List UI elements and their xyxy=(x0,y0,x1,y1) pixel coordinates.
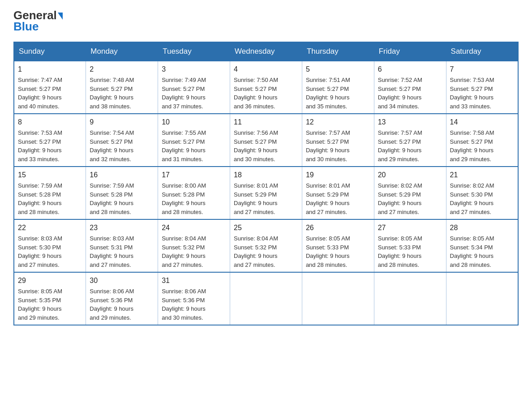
sunset-label: Sunset: 5:27 PM xyxy=(90,86,133,92)
sunrise-label: Sunrise: 7:59 AM xyxy=(90,182,134,189)
daylight-cont: and 33 minutes. xyxy=(450,103,492,110)
calendar-cell: 8 Sunrise: 7:53 AM Sunset: 5:27 PM Dayli… xyxy=(14,114,86,167)
calendar-cell: 15 Sunrise: 7:59 AM Sunset: 5:28 PM Dayl… xyxy=(14,167,86,219)
calendar-cell xyxy=(374,272,446,325)
daylight-label: Daylight: 9 hours xyxy=(90,200,133,206)
daylight-label: Daylight: 9 hours xyxy=(18,305,62,312)
sunset-label: Sunset: 5:27 PM xyxy=(162,138,205,145)
day-number: 6 xyxy=(378,64,442,75)
day-number: 29 xyxy=(18,275,82,286)
sunset-label: Sunset: 5:27 PM xyxy=(306,86,349,92)
calendar-header-row: SundayMondayTuesdayWednesdayThursdayFrid… xyxy=(14,42,518,61)
day-number: 1 xyxy=(18,64,82,75)
sunrise-label: Sunrise: 8:06 AM xyxy=(162,288,206,295)
sunrise-label: Sunrise: 8:05 AM xyxy=(306,235,350,242)
logo: General Blue xyxy=(13,9,63,33)
daylight-label: Daylight: 9 hours xyxy=(450,94,494,101)
calendar-cell: 16 Sunrise: 7:59 AM Sunset: 5:28 PM Dayl… xyxy=(86,167,158,219)
calendar-cell: 13 Sunrise: 7:57 AM Sunset: 5:27 PM Dayl… xyxy=(374,114,446,167)
sunset-label: Sunset: 5:27 PM xyxy=(378,86,421,92)
sunrise-label: Sunrise: 7:54 AM xyxy=(90,129,134,136)
daylight-label: Daylight: 9 hours xyxy=(306,94,350,101)
daylight-cont: and 28 minutes. xyxy=(18,209,60,215)
sunrise-label: Sunrise: 8:03 AM xyxy=(90,235,134,242)
sunset-label: Sunset: 5:36 PM xyxy=(162,297,205,304)
day-number: 30 xyxy=(90,275,154,286)
sunrise-label: Sunrise: 8:05 AM xyxy=(450,235,494,242)
sunset-label: Sunset: 5:28 PM xyxy=(162,191,205,198)
sunset-label: Sunset: 5:32 PM xyxy=(162,244,205,251)
daylight-label: Daylight: 9 hours xyxy=(378,147,422,154)
sunset-label: Sunset: 5:30 PM xyxy=(18,244,61,251)
day-number: 15 xyxy=(18,170,82,180)
sunrise-label: Sunrise: 7:53 AM xyxy=(450,77,494,83)
daylight-label: Daylight: 9 hours xyxy=(306,253,350,259)
day-number: 13 xyxy=(378,117,442,128)
daylight-label: Daylight: 9 hours xyxy=(378,200,422,206)
daylight-cont: and 29 minutes. xyxy=(90,314,131,321)
day-number: 9 xyxy=(90,117,154,128)
sunrise-label: Sunrise: 8:04 AM xyxy=(234,235,278,242)
day-number: 22 xyxy=(18,223,82,233)
day-number: 19 xyxy=(306,170,370,180)
daylight-label: Daylight: 9 hours xyxy=(162,200,206,206)
sunset-label: Sunset: 5:29 PM xyxy=(234,191,277,198)
calendar-cell: 25 Sunrise: 8:04 AM Sunset: 5:32 PM Dayl… xyxy=(230,219,302,272)
sunrise-label: Sunrise: 8:03 AM xyxy=(18,235,62,242)
day-number: 18 xyxy=(234,170,298,180)
calendar-cell: 12 Sunrise: 7:57 AM Sunset: 5:27 PM Dayl… xyxy=(302,114,374,167)
calendar-cell: 19 Sunrise: 8:01 AM Sunset: 5:29 PM Dayl… xyxy=(302,167,374,219)
calendar-week-row: 15 Sunrise: 7:59 AM Sunset: 5:28 PM Dayl… xyxy=(14,167,518,219)
sunrise-label: Sunrise: 8:04 AM xyxy=(162,235,206,242)
daylight-cont: and 28 minutes. xyxy=(90,209,131,215)
day-number: 12 xyxy=(306,117,370,128)
calendar-cell: 2 Sunrise: 7:48 AM Sunset: 5:27 PM Dayli… xyxy=(86,61,158,114)
column-header-wednesday: Wednesday xyxy=(230,42,302,61)
daylight-label: Daylight: 9 hours xyxy=(90,147,133,154)
sunset-label: Sunset: 5:31 PM xyxy=(90,244,133,251)
sunrise-label: Sunrise: 8:00 AM xyxy=(162,182,206,189)
sunrise-label: Sunrise: 8:02 AM xyxy=(450,182,494,189)
calendar-cell: 9 Sunrise: 7:54 AM Sunset: 5:27 PM Dayli… xyxy=(86,114,158,167)
daylight-label: Daylight: 9 hours xyxy=(90,253,133,259)
daylight-cont: and 34 minutes. xyxy=(378,103,420,110)
calendar-cell: 18 Sunrise: 8:01 AM Sunset: 5:29 PM Dayl… xyxy=(230,167,302,219)
daylight-cont: and 28 minutes. xyxy=(306,261,348,268)
sunset-label: Sunset: 5:33 PM xyxy=(306,244,349,251)
page-header: General Blue xyxy=(13,9,519,33)
sunrise-label: Sunrise: 7:56 AM xyxy=(234,129,278,136)
daylight-label: Daylight: 9 hours xyxy=(450,147,494,154)
daylight-label: Daylight: 9 hours xyxy=(18,200,62,206)
sunset-label: Sunset: 5:27 PM xyxy=(234,86,277,92)
daylight-label: Daylight: 9 hours xyxy=(234,94,278,101)
calendar-cell: 11 Sunrise: 7:56 AM Sunset: 5:27 PM Dayl… xyxy=(230,114,302,167)
sunset-label: Sunset: 5:27 PM xyxy=(378,138,421,145)
calendar-cell: 29 Sunrise: 8:05 AM Sunset: 5:35 PM Dayl… xyxy=(14,272,86,325)
sunset-label: Sunset: 5:28 PM xyxy=(90,191,133,198)
calendar-table: SundayMondayTuesdayWednesdayThursdayFrid… xyxy=(13,42,519,325)
calendar-cell: 23 Sunrise: 8:03 AM Sunset: 5:31 PM Dayl… xyxy=(86,219,158,272)
sunset-label: Sunset: 5:29 PM xyxy=(378,191,421,198)
daylight-cont: and 27 minutes. xyxy=(234,261,275,268)
daylight-cont: and 29 minutes. xyxy=(450,156,492,163)
daylight-cont: and 27 minutes. xyxy=(18,261,60,268)
calendar-cell: 28 Sunrise: 8:05 AM Sunset: 5:34 PM Dayl… xyxy=(446,219,518,272)
sunrise-label: Sunrise: 8:05 AM xyxy=(378,235,422,242)
sunrise-label: Sunrise: 7:50 AM xyxy=(234,77,278,83)
daylight-cont: and 27 minutes. xyxy=(378,209,420,215)
calendar-cell xyxy=(446,272,518,325)
daylight-cont: and 32 minutes. xyxy=(90,156,131,163)
daylight-label: Daylight: 9 hours xyxy=(18,94,62,101)
calendar-cell xyxy=(302,272,374,325)
sunset-label: Sunset: 5:27 PM xyxy=(234,138,277,145)
calendar-cell: 26 Sunrise: 8:05 AM Sunset: 5:33 PM Dayl… xyxy=(302,219,374,272)
day-number: 14 xyxy=(450,117,514,128)
sunrise-label: Sunrise: 7:57 AM xyxy=(378,129,422,136)
calendar-cell: 6 Sunrise: 7:52 AM Sunset: 5:27 PM Dayli… xyxy=(374,61,446,114)
sunrise-label: Sunrise: 7:59 AM xyxy=(18,182,62,189)
sunset-label: Sunset: 5:27 PM xyxy=(18,86,61,92)
daylight-cont: and 36 minutes. xyxy=(234,103,275,110)
daylight-cont: and 35 minutes. xyxy=(306,103,348,110)
calendar-cell: 21 Sunrise: 8:02 AM Sunset: 5:30 PM Dayl… xyxy=(446,167,518,219)
daylight-label: Daylight: 9 hours xyxy=(162,305,206,312)
